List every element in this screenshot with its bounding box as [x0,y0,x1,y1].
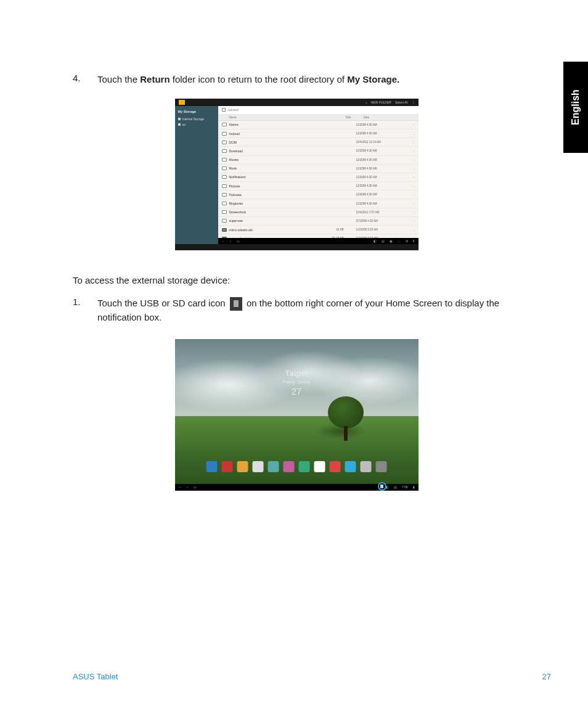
overflow-icon[interactable]: ⋮ [412,100,415,104]
row-date: 1/2/2008 3:23 AM [344,228,414,231]
step1-before: Touch the USB or SD card icon [97,298,228,308]
home-icon[interactable] [179,100,185,105]
app-icon[interactable] [222,461,233,472]
sidebar-label: sd [182,123,186,126]
row-date: 12/2008 4:30 AM [344,158,414,162]
folder-icon [222,123,227,126]
sd-card-inline-icon [230,297,242,311]
row-date: 2/7/2008 4:30 AM [344,219,414,223]
app-icon[interactable] [237,461,248,472]
ground-bg [175,416,419,485]
home-nav-icon[interactable]: ○ [187,485,189,489]
file-row[interactable]: Alarms12/2008 4:30 AM› [218,121,419,129]
row-date: 12/2008 4:30 AM [344,176,414,179]
app-icon[interactable] [314,461,325,472]
footer-left: ASUS Tablet [73,672,118,681]
folder-icon [222,175,227,179]
row-date: 12/2008 4:30 AM [344,193,414,196]
fm-path-bar: /sdcard/ [218,106,419,115]
file-row[interactable]: Podcasts12/2008 4:30 AM› [218,190,419,199]
back-icon[interactable]: ← [222,239,225,243]
row-name: Ringtones [229,202,307,205]
file-row[interactable]: Music12/2008 4:30 AM› [218,165,419,173]
language-tab: English [563,62,588,153]
col-size[interactable]: Size [314,116,351,119]
language-tab-label: English [570,89,581,125]
file-row[interactable]: Ringtones12/2008 4:30 AM› [218,199,419,208]
file-row[interactable]: Movies12/2008 4:30 AM› [218,156,419,165]
intro-text: To access the external storage device: [73,275,520,285]
app-icon[interactable] [206,461,218,472]
folder-icon [222,184,227,188]
sd-card-notification-icon[interactable] [378,482,386,491]
app-icon[interactable] [361,461,372,472]
file-row[interactable]: DCIM10/4/2012 12:14 AM› [218,138,419,147]
page-body: 4. Touch the Return folder icon to retur… [0,0,588,491]
storage-icon [178,123,181,126]
status-clock: 7:58 [402,485,408,489]
step-4-number: 4. [73,73,97,83]
sidebar-item-sd[interactable]: sd [178,123,215,126]
chevron-right-icon: › [414,123,415,126]
step4-bold-return: Return [140,74,169,84]
app-icon[interactable] [253,461,264,472]
file-icon [222,228,227,232]
row-date: 12/2008 4:30 AM [344,132,414,135]
file-row[interactable]: Pictures12/2008 4:30 AM› [218,182,419,190]
folder-icon [222,166,227,170]
recents-icon[interactable]: ▭ [194,485,197,489]
recents-icon[interactable]: ▭ [237,239,240,243]
weather-city: Taipei [282,369,310,378]
chevron-right-icon: › [414,166,415,170]
status-icon: ▤ [394,485,397,489]
file-row[interactable]: Notifications12/2008 4:30 AM› [218,173,419,182]
android-navbar: ← ○ ▭ ◧ ▤ ▣ ⬚ ⚙ 8 [218,238,419,244]
app-icon[interactable] [345,461,356,472]
weather-condition: Partly Sunny [282,379,310,385]
select-all-button[interactable]: Select All [395,100,408,104]
home-nav-icon[interactable]: ○ [230,239,232,243]
folder-icon [222,149,227,153]
folder-icon [222,132,227,136]
step4-t1: Touch the [97,74,140,84]
fm-column-headers: Name Size Date [218,115,419,121]
row-name: Music [229,166,307,170]
app-icon[interactable] [284,461,295,472]
app-icon[interactable] [268,461,279,472]
file-row[interactable]: Download12/2008 4:30 AM› [218,147,419,155]
row-date: 10/4/2012 12:14 AM [344,141,414,144]
back-icon[interactable]: ← [179,485,182,489]
file-row[interactable]: Screenshots10/4/2012 7:57 AM› [218,208,419,217]
col-name[interactable]: Name [229,116,314,119]
chevron-right-icon: › [414,210,415,214]
sidebar-item-internal[interactable]: Internal Storage [178,117,215,121]
row-date: 12/2008 4:30 AM [344,123,414,126]
footer-page-number: 27 [542,672,551,681]
step-1-number: 1. [73,297,97,307]
return-folder-icon[interactable] [222,108,226,112]
folder-icon [222,202,227,205]
status-icon: ▣ [390,239,393,243]
row-size: 16 KB [307,228,344,231]
row-name: Alarms [229,123,307,126]
file-row[interactable]: micro-sdcard-usb16 KB1/2/2008 3:23 AM› [218,226,419,234]
file-row[interactable]: Android12/2008 4:30 AM› [218,129,419,138]
file-row[interactable]: supernote2/7/2008 4:30 AM› [218,217,419,226]
weather-temp: 27 [282,386,310,396]
row-name: Movies [229,158,307,162]
weather-widget[interactable]: Taipei Partly Sunny 27 [282,369,310,396]
col-date[interactable]: Date [351,116,415,119]
row-name: supernote [229,219,307,223]
row-name: Notifications [229,175,307,179]
app-icon[interactable] [299,461,310,472]
search-icon[interactable]: ⌕ [365,100,367,104]
step-1-text: Touch the USB or SD card icon on the bot… [97,297,520,324]
row-name: Pictures [229,184,307,188]
app-icon[interactable] [376,461,387,472]
step-1: 1. Touch the USB or SD card icon on the … [73,297,520,324]
status-battery-icon: ▮ [413,485,415,489]
row-name: micro-sdcard-usb [229,228,307,232]
new-folder-button[interactable]: NEW FOLDER [371,100,391,104]
app-icon[interactable] [330,461,341,472]
screenshot-home-screen: Taipei Partly Sunny 27 ← ○ ▭ ◧ ▤ 7:58 ▮ [175,339,419,491]
